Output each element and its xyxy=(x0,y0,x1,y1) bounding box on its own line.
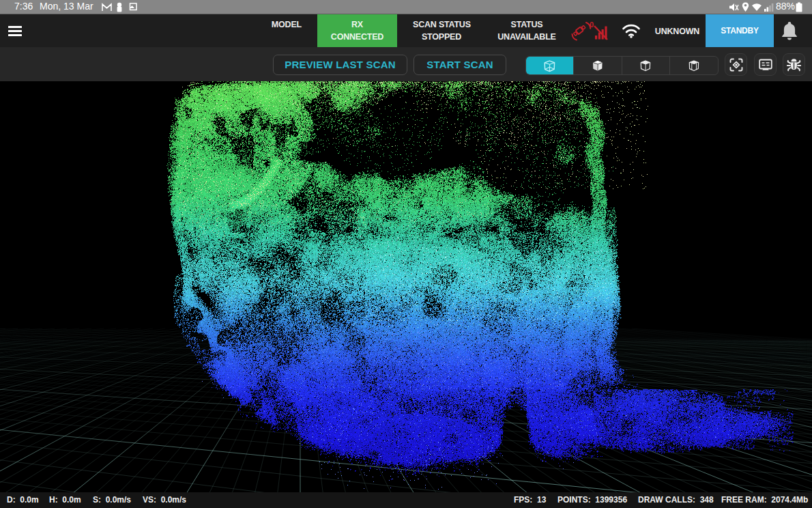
svg-text:0: 0 xyxy=(590,20,594,29)
